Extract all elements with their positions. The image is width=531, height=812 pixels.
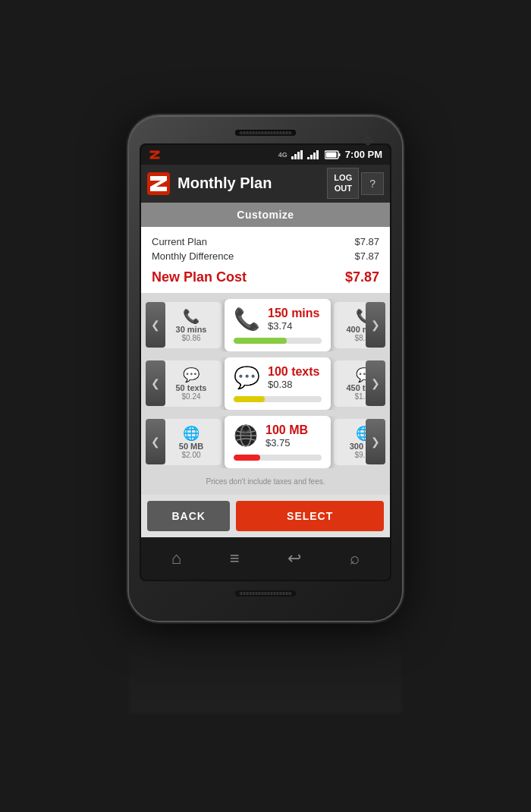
minutes-prev-button[interactable]: ❮	[146, 302, 165, 348]
texts-next-button[interactable]: ❯	[366, 360, 385, 406]
minutes-right-card: 📞 400 mins $8.93	[334, 302, 370, 348]
texts-carousel: ❮ 💬 50 texts $0.24 💬 100 texts	[146, 357, 385, 410]
svg-rect-10	[338, 153, 340, 156]
app-header: Monthly Plan LOGOUT ?	[141, 165, 390, 203]
back-button[interactable]: BACK	[147, 501, 230, 531]
texts-track: 💬 50 texts $0.24 💬 100 texts $0.38	[161, 357, 370, 410]
disclaimer-text: Prices don't include taxes and fees.	[206, 477, 325, 486]
page-title: Monthly Plan	[178, 175, 327, 192]
texts-right-card: 💬 450 texts $1.47	[334, 360, 370, 407]
data-bar-container	[234, 455, 322, 461]
status-left	[149, 149, 161, 161]
svg-rect-6	[310, 155, 313, 159]
phone-wrapper: 4G	[129, 101, 402, 712]
minutes-carousel: ❮ 📞 30 mins $0.86 📞	[146, 299, 385, 351]
new-plan-label: New Plan Cost	[152, 269, 247, 285]
wifi-icon	[291, 150, 303, 159]
data-next-button[interactable]: ❯	[366, 419, 385, 464]
status-logo-icon	[149, 149, 161, 161]
texts-bar-container	[234, 396, 322, 402]
svg-marker-0	[150, 150, 160, 159]
minutes-track: 📞 30 mins $0.86 📞 150 mins $3.74	[161, 299, 370, 351]
phone-reflection	[129, 622, 402, 713]
texts-left-price: $0.24	[181, 392, 200, 401]
current-plan-row: Current Plan $7.87	[152, 236, 379, 247]
customize-bar: Customize	[141, 203, 390, 227]
data-prev-button[interactable]: ❮	[146, 419, 165, 464]
minutes-active-price: $3.74	[268, 320, 319, 332]
status-time: 7:00 PM	[345, 149, 382, 160]
texts-left-title: 50 texts	[176, 383, 207, 392]
svg-rect-2	[294, 154, 297, 159]
data-bar	[234, 455, 260, 461]
phone-device: 4G	[129, 116, 402, 621]
minutes-left-title: 30 mins	[176, 325, 207, 334]
new-plan-row: New Plan Cost $7.87	[152, 265, 379, 287]
speaker-grille	[235, 130, 296, 136]
select-button[interactable]: SELECT	[236, 501, 384, 531]
minutes-bar-container	[234, 338, 322, 344]
current-plan-value: $7.87	[354, 236, 379, 247]
data-left-title: 50 MB	[179, 442, 203, 451]
menu-nav-icon[interactable]: ≡	[230, 549, 240, 568]
disclaimer: Prices don't include taxes and fees.	[141, 474, 390, 489]
minutes-bar	[234, 338, 287, 344]
data-left-icon: 🌐	[183, 425, 200, 442]
minutes-active-title: 150 mins	[268, 307, 319, 320]
battery-icon	[325, 150, 341, 159]
svg-rect-5	[307, 157, 309, 159]
current-plan-label: Current Plan	[152, 236, 207, 247]
svg-rect-8	[316, 150, 319, 159]
minutes-active-icon: 📞	[234, 307, 260, 332]
data-left-price: $2.00	[181, 451, 200, 459]
texts-active-icon: 💬	[234, 365, 260, 390]
signal-icon	[307, 150, 321, 159]
texts-left-icon: 💬	[183, 367, 200, 383]
texts-active-card[interactable]: 💬 100 texts $0.38	[225, 357, 331, 410]
data-active-title: 100 MB	[266, 423, 308, 437]
svg-rect-11	[325, 152, 336, 157]
app-logo-icon	[147, 172, 170, 195]
status-bar: 4G	[141, 145, 390, 165]
data-track: 🌐 50 MB $2.00	[161, 416, 370, 468]
monthly-diff-label: Monthly Difference	[152, 250, 234, 262]
svg-rect-7	[313, 153, 316, 159]
texts-active-title: 100 texts	[268, 365, 320, 379]
home-nav-icon[interactable]: ⌂	[171, 549, 181, 568]
status-icons: 4G	[278, 149, 382, 160]
logout-button[interactable]: LOGOUT	[327, 168, 359, 198]
svg-rect-1	[291, 156, 294, 159]
carousels-area: ❮ 📞 30 mins $0.86 📞	[141, 293, 390, 495]
data-active-icon	[234, 423, 258, 448]
minutes-left-card: 📞 30 mins $0.86	[161, 302, 222, 348]
help-button[interactable]: ?	[361, 172, 384, 195]
plan-summary: Current Plan $7.87 Monthly Difference $7…	[141, 227, 390, 293]
phone-bottom	[140, 581, 391, 607]
phone-screen: 4G	[140, 143, 391, 581]
front-camera	[364, 137, 372, 145]
lte-indicator: 4G	[278, 151, 287, 159]
minutes-left-price: $0.86	[181, 334, 200, 342]
data-left-card: 🌐 50 MB $2.00	[161, 419, 222, 465]
texts-active-price: $0.38	[268, 379, 320, 390]
minutes-active-card[interactable]: 📞 150 mins $3.74	[225, 299, 331, 351]
svg-rect-3	[297, 152, 300, 159]
search-nav-icon[interactable]: ⌕	[350, 549, 360, 568]
texts-left-card: 💬 50 texts $0.24	[161, 360, 222, 407]
texts-bar	[234, 396, 265, 402]
data-active-card[interactable]: 100 MB $3.75	[225, 416, 331, 468]
back-nav-icon[interactable]: ↩	[287, 549, 301, 568]
nav-bar: ⌂ ≡ ↩ ⌕	[141, 537, 390, 580]
monthly-diff-row: Monthly Difference $7.87	[152, 250, 379, 262]
data-active-price: $3.75	[266, 437, 308, 448]
minutes-left-icon: 📞	[183, 308, 200, 325]
svg-rect-4	[300, 150, 303, 159]
minutes-next-button[interactable]: ❯	[366, 302, 385, 348]
data-carousel: ❮ 🌐 50 MB $2.00	[146, 416, 385, 468]
data-right-card: 🌐 300 MB $9.78	[334, 419, 370, 465]
monthly-diff-value: $7.87	[354, 250, 379, 262]
action-buttons: BACK SELECT	[141, 495, 390, 537]
customize-label: Customize	[237, 209, 294, 221]
texts-prev-button[interactable]: ❮	[146, 360, 165, 406]
bottom-speaker	[235, 590, 296, 596]
